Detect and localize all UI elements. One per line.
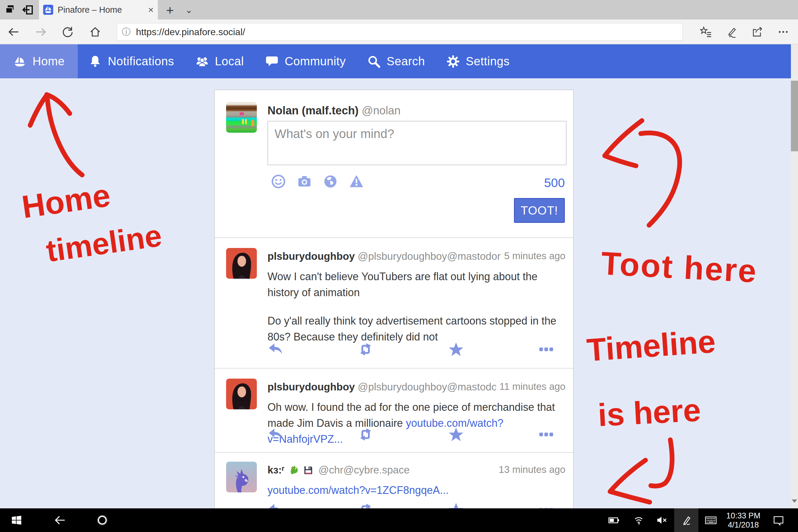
reply-icon[interactable]: [267, 342, 283, 357]
annotation-arrow-home-head: [47, 95, 70, 114]
post-handle: @chr@cybre.space: [319, 464, 410, 476]
clock-time: 10:33 PM: [724, 511, 762, 520]
new-tab-button[interactable]: +: [163, 3, 177, 18]
nav-item-search[interactable]: Search: [357, 44, 436, 78]
nav-item-settings[interactable]: Settings: [436, 44, 520, 78]
tab-close-icon[interactable]: ×: [148, 5, 154, 15]
post-timestamp[interactable]: 13 minutes ago: [495, 464, 565, 475]
post-display-name[interactable]: plsburydoughboy: [267, 250, 355, 262]
camera-media-icon[interactable]: [297, 174, 312, 189]
site-info-icon[interactable]: ⓘ: [122, 26, 131, 38]
search-icon: [367, 55, 381, 68]
forward-icon[interactable]: [35, 26, 47, 38]
start-button-icon[interactable]: [11, 514, 22, 526]
post-timestamp[interactable]: 11 minutes ago: [496, 381, 565, 392]
browser-titlebar: Pinafore – Home × + ⌄: [0, 0, 798, 19]
web-note-pen-icon[interactable]: [726, 26, 738, 38]
nav-label: Community: [285, 55, 346, 68]
timeline-column: Nolan (malf.tech) @nolan: [214, 90, 574, 532]
compose-box: Nolan (malf.tech) @nolan: [215, 90, 573, 238]
tab-title: Pinafore – Home: [58, 5, 145, 15]
more-actions-icon[interactable]: [538, 427, 554, 442]
action-center-icon[interactable]: [773, 514, 784, 526]
back-icon[interactable]: [8, 26, 19, 38]
post-actions: [267, 427, 554, 442]
boost-icon[interactable]: [358, 342, 374, 357]
battery-icon[interactable]: [608, 514, 620, 526]
post-display-name[interactable]: kз:ʳ: [267, 464, 284, 476]
compose-display-name: Nolan (malf.tech): [267, 104, 359, 117]
globe-privacy-icon[interactable]: [323, 174, 338, 189]
post-avatar[interactable]: [226, 462, 257, 492]
hub-favorites-icon[interactable]: [700, 26, 712, 38]
nav-label: Settings: [466, 55, 510, 68]
chat-icon: [265, 55, 279, 68]
taskbar-clock[interactable]: 10:33 PM 4/1/2018: [724, 511, 762, 530]
refresh-icon[interactable]: [62, 26, 74, 38]
pen-icon: [680, 514, 692, 526]
toot-button[interactable]: TOOT!: [514, 198, 565, 223]
annotation-arrow-toot: [641, 133, 680, 225]
post-display-name[interactable]: plsburydoughboy: [267, 381, 355, 393]
nav-item-notifications[interactable]: Notifications: [78, 44, 185, 78]
windows-ink-button[interactable]: [674, 508, 698, 532]
post-body: Wow I can't believe YouTubers are flat o…: [267, 269, 567, 345]
tab-list-chevron-icon[interactable]: ⌄: [182, 5, 196, 15]
boost-icon[interactable]: [358, 427, 374, 442]
post-paragraph: Do y'all really think toy advertisement …: [267, 313, 567, 345]
pinafore-nav: Home Notifications Local Community: [0, 44, 791, 78]
compose-toolbar: [271, 174, 364, 189]
glitch-bar: [245, 119, 247, 124]
browser-tab[interactable]: Pinafore – Home ×: [39, 0, 158, 19]
nav-label: Local: [215, 55, 244, 68]
dragon-emoji: [288, 464, 299, 475]
favorite-star-icon[interactable]: [448, 427, 464, 442]
compose-avatar[interactable]: [226, 102, 257, 133]
url-bar[interactable]: ⓘ https://dev.pinafore.social/: [117, 23, 683, 41]
timeline-post: plsburydoughboy @plsburydoughboy@mastodo…: [215, 368, 573, 452]
wifi-icon[interactable]: [633, 514, 645, 526]
glitch-pixel: [251, 120, 254, 126]
post-handle: @plsburydoughboy@mastodon.s...: [358, 381, 519, 393]
nav-label: Notifications: [108, 55, 174, 68]
share-icon[interactable]: [752, 26, 763, 38]
glitch-pixel: [240, 112, 244, 115]
clock-date: 4/1/2018: [724, 520, 762, 530]
favorite-star-icon[interactable]: [448, 342, 464, 357]
page-scrollbar[interactable]: [791, 44, 798, 508]
compose-handle: @nolan: [362, 104, 401, 117]
nav-item-community[interactable]: Community: [254, 44, 357, 78]
home-icon[interactable]: [89, 26, 101, 38]
nav-item-local[interactable]: Local: [185, 44, 254, 78]
more-actions-icon[interactable]: [538, 342, 554, 357]
reply-icon[interactable]: [267, 427, 283, 442]
scrollbar-thumb[interactable]: [791, 81, 798, 151]
post-avatar[interactable]: [226, 248, 257, 279]
annotation-home-line2: timeline: [44, 218, 164, 268]
post-timestamp[interactable]: 5 minutes ago: [501, 250, 565, 262]
post-link[interactable]: youtube.com/watch?v=1ZCF8ngqeA...: [267, 484, 449, 496]
compose-input[interactable]: [267, 121, 567, 165]
annotation-arrow-toot-head: [605, 120, 642, 166]
set-tabs-aside-icon[interactable]: [22, 4, 34, 16]
browser-toolbar: ⓘ https://dev.pinafore.social/: [0, 19, 798, 44]
nav-label: Search: [386, 55, 425, 68]
post-actions: [267, 342, 554, 357]
touch-keyboard-icon[interactable]: [705, 514, 717, 526]
taskbar-back-icon[interactable]: [54, 514, 66, 526]
post-handle: @plsburydoughboy@mastodon.so...: [358, 250, 525, 262]
emoji-icon[interactable]: [271, 174, 286, 189]
post-avatar[interactable]: [226, 379, 257, 409]
tabs-preview-icon[interactable]: [4, 4, 16, 16]
annotation-home-line1: Home: [19, 177, 112, 225]
scrollbar-down-arrow[interactable]: [792, 499, 797, 503]
annotation-timeline-line2: is here: [597, 392, 702, 433]
nav-item-home[interactable]: Home: [0, 44, 78, 78]
more-options-icon[interactable]: [777, 26, 789, 38]
volume-muted-icon[interactable]: [656, 514, 668, 526]
nav-label: Home: [33, 55, 65, 68]
cortana-icon[interactable]: [96, 514, 108, 526]
annotation-arrow-timeline-head: [610, 460, 650, 502]
annotation-timeline-line1: Timeline: [586, 323, 717, 368]
content-warning-icon[interactable]: [349, 174, 364, 189]
